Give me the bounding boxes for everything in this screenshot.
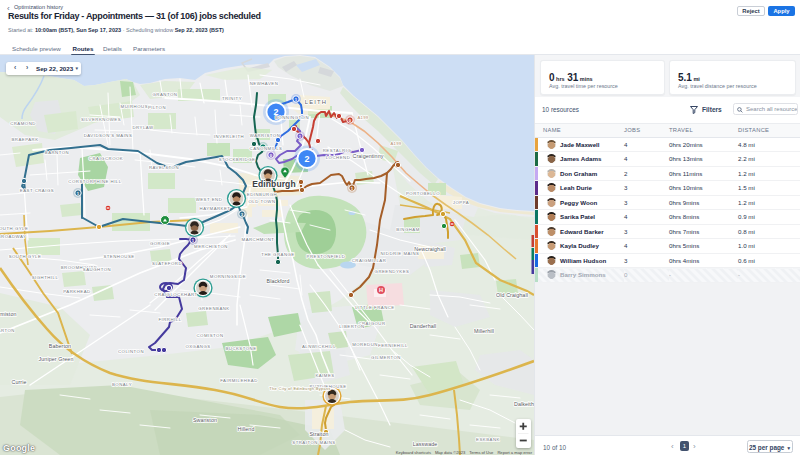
svg-text:STRAITON MAINS: STRAITON MAINS [292,440,335,445]
svg-text:EDINBURGH: EDINBURGH [247,192,277,197]
svg-text:Swanston: Swanston [193,417,217,423]
svg-text:Blackford: Blackford [267,278,290,284]
svg-text:Currie: Currie [11,379,26,385]
svg-text:A199: A199 [391,141,402,146]
svg-text:CRAIGCROOK: CRAIGCROOK [89,156,123,161]
svg-text:DAVIDSON'S MAINS: DAVIDSON'S MAINS [84,133,133,138]
svg-text:Millerhill: Millerhill [474,328,494,334]
svg-text:FAIRMILEHEAD: FAIRMILEHEAD [220,378,258,383]
svg-text:ESKBANK: ESKBANK [476,437,500,442]
svg-text:Edinburgh: Edinburgh [252,179,295,189]
svg-text:GRANTON: GRANTON [153,92,178,97]
svg-text:WEST END: WEST END [196,197,223,202]
svg-text:BARNTON: BARNTON [45,150,69,155]
svg-text:FIRRHILL: FIRRHILL [158,317,181,322]
svg-text:SILVERKNOWES: SILVERKNOWES [81,117,121,122]
svg-text:INVERLEITH: INVERLEITH [214,134,244,139]
svg-text:COMISTON: COMISTON [196,333,223,338]
svg-text:BONALY: BONALY [112,382,132,387]
svg-text:BUCKSTONE: BUCKSTONE [225,346,256,351]
svg-text:LIBERTON: LIBERTON [339,324,364,329]
svg-text:The City of Edinburgh Bypass: The City of Edinburgh Bypass [269,386,330,391]
svg-text:A199: A199 [358,115,369,120]
svg-text:NEWHAVEN: NEWHAVEN [250,81,279,86]
svg-text:STOCKBRIDGE: STOCKBRIDGE [219,157,256,162]
svg-text:PARKHEAD: PARKHEAD [63,289,90,294]
svg-text:PILTON: PILTON [148,105,166,110]
svg-text:Craigentinny: Craigentinny [353,153,384,159]
svg-text:KAIMES: KAIMES [315,373,334,378]
svg-text:CRAMOND: CRAMOND [10,121,36,126]
svg-text:Straiton: Straiton [309,431,328,437]
svg-text:RAVELSTON: RAVELSTON [149,165,179,170]
svg-text:GREENDYKES: GREENDYKES [375,269,410,274]
svg-text:CRAIGMILLAR: CRAIGMILLAR [352,258,387,263]
svg-text:Lasswade: Lasswade [413,441,438,447]
svg-text:MERCHISTON: MERCHISTON [194,244,228,249]
svg-text:JOPPA: JOPPA [453,200,469,205]
svg-text:OXGANGS: OXGANGS [185,344,210,349]
svg-text:Danderhall: Danderhall [410,323,437,329]
svg-text:EAST CRAIGS: EAST CRAIGS [20,188,54,193]
svg-text:SOUTH GYLE: SOUTH GYLE [9,254,42,259]
svg-text:OLD TOWN: OLD TOWN [249,199,276,204]
svg-text:GREENBANK: GREENBANK [198,306,229,311]
svg-text:MOREDUN: MOREDUN [352,342,378,347]
svg-text:H: H [379,287,383,293]
svg-text:PORTOBELLO: PORTOBELLO [406,191,440,196]
svg-text:ALNWICKHILL: ALNWICKHILL [302,344,336,349]
svg-text:PRESTONFIELD: PRESTONFIELD [307,254,346,259]
svg-text:TRINITY: TRINITY [222,96,242,101]
svg-text:NIDDRIE MAINS: NIDDRIE MAINS [381,251,420,256]
svg-text:BINGHAM: BINGHAM [396,227,420,232]
svg-text:CORSTORPHINE HILL: CORSTORPHINE HILL [68,179,121,184]
svg-text:2: 2 [304,154,309,164]
svg-text:BRAEPARK: BRAEPARK [11,137,38,142]
svg-text:SAUGHTON: SAUGHTON [83,267,111,272]
svg-text:HAYMARKET: HAYMARKET [200,206,231,211]
svg-text:SIGHTHILL: SIGHTHILL [32,275,59,280]
svg-text:MARCHMONT: MARCHMONT [242,237,275,242]
svg-text:Dalkeith: Dalkeith [514,401,534,407]
svg-text:Hillend: Hillend [238,426,255,432]
svg-text:CRAIGLOCKHART: CRAIGLOCKHART [154,292,197,297]
svg-text:LEITH: LEITH [305,99,327,105]
svg-text:Hermiston: Hermiston [0,311,17,317]
svg-text:LITTLE FRANCE: LITTLE FRANCE [355,305,394,310]
svg-text:FERNIEHILL: FERNIEHILL [378,343,408,348]
svg-text:Juniper Green: Juniper Green [39,356,74,362]
svg-text:BONNINGTON: BONNINGTON [275,115,309,120]
svg-text:LOCHEND: LOCHEND [326,155,351,160]
svg-text:THE GRANGE: THE GRANGE [261,252,294,257]
svg-text:CANONMILLS: CANONMILLS [250,146,283,151]
svg-text:Old Craighall: Old Craighall [496,292,528,298]
svg-text:BROADWAY: BROADWAY [0,234,26,239]
svg-text:WARRISTON: WARRISTON [250,133,281,138]
svg-text:STENHOUSE: STENHOUSE [103,254,134,259]
svg-text:GORGIE: GORGIE [150,241,170,246]
svg-text:MUIRHOUSE: MUIRHOUSE [121,104,152,109]
svg-text:RICCARTON: RICCARTON [0,328,15,333]
svg-text:MORNINGSIDE: MORNINGSIDE [210,274,246,279]
svg-text:SOUTH GYLE: SOUTH GYLE [0,226,28,231]
svg-text:SLATEFORD: SLATEFORD [152,261,182,266]
svg-text:Baberton: Baberton [49,343,71,349]
svg-text:DRYLAW: DRYLAW [132,125,154,130]
svg-text:RESTALRIG: RESTALRIG [323,148,352,153]
svg-text:COLINTON: COLINTON [118,349,144,354]
svg-text:GILMERTON: GILMERTON [371,355,401,360]
